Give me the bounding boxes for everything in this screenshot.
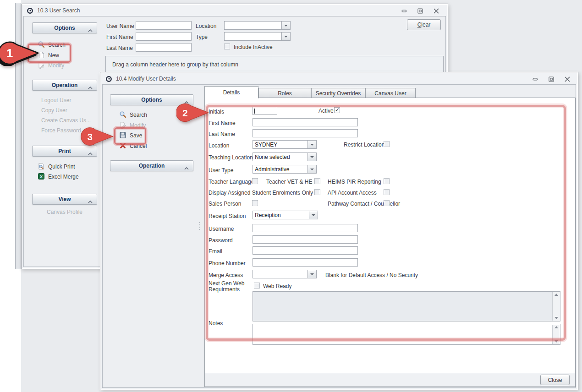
- teacher-language-checkbox[interactable]: [252, 178, 258, 184]
- display-assigned-checkbox[interactable]: [314, 189, 320, 195]
- chevron-up-icon: [88, 84, 93, 91]
- type-select[interactable]: [224, 32, 291, 41]
- chevron-up-icon: [88, 198, 93, 205]
- minimize-icon[interactable]: [532, 76, 538, 82]
- heims-pir-checkbox[interactable]: [384, 178, 390, 184]
- tab-roles[interactable]: Roles: [258, 88, 311, 98]
- web-ready-checkbox[interactable]: [254, 283, 260, 289]
- window-title: 10.4 Modify User Details: [116, 76, 176, 82]
- tab-details[interactable]: Details: [204, 86, 258, 98]
- svg-text:X: X: [40, 174, 43, 179]
- textarea-scrollbar[interactable]: [552, 292, 560, 321]
- notes-label: Notes: [209, 320, 223, 327]
- minimize-icon[interactable]: [401, 8, 407, 14]
- user-search-titlebar: 10.3 User Search: [23, 5, 446, 16]
- location-select[interactable]: [224, 21, 291, 30]
- first-name-label: First Name: [209, 120, 236, 126]
- include-inactive-checkbox[interactable]: [224, 44, 230, 49]
- password-input[interactable]: [253, 235, 358, 244]
- window-title: 10.3 User Search: [37, 7, 80, 14]
- sidebar-item-search[interactable]: Search: [119, 110, 147, 119]
- last-name-input[interactable]: [253, 129, 358, 137]
- merge-access-note: Blank for Default Access / No Security: [325, 272, 418, 278]
- group-header-operation[interactable]: Operation: [32, 80, 97, 91]
- group-header-operation[interactable]: Operation: [110, 160, 193, 171]
- location-select[interactable]: SYDNEY: [253, 140, 317, 149]
- sidebar-item-quick-print[interactable]: Quick Print: [38, 162, 75, 170]
- pathway-contact-checkbox[interactable]: [384, 200, 390, 206]
- group-header-options[interactable]: Options: [110, 94, 193, 105]
- new-page-icon: [38, 51, 45, 59]
- username-input[interactable]: [253, 224, 358, 232]
- active-checkbox[interactable]: [334, 107, 340, 113]
- cancel-x-icon: [119, 142, 126, 149]
- phone-number-input[interactable]: [253, 258, 358, 267]
- heims-pir-label: HEIMS PIR Reporting: [328, 179, 381, 185]
- modify-page-pencil-icon: [38, 61, 45, 69]
- maximize-icon[interactable]: [548, 76, 555, 82]
- restrict-location-checkbox[interactable]: [384, 141, 390, 147]
- sidebar-item-copy-user: Copy User: [41, 106, 67, 114]
- print-preview-icon: [38, 163, 45, 170]
- email-input[interactable]: [253, 246, 358, 255]
- tab-security-overrides[interactable]: Security Overrides: [311, 88, 365, 98]
- dropdown-arrow-icon[interactable]: [307, 165, 316, 173]
- api-access-checkbox[interactable]: [384, 189, 390, 195]
- modify-user-titlebar: 10.4 Modify User Details: [102, 74, 577, 84]
- notes-textarea[interactable]: [253, 324, 560, 345]
- receipt-station-select[interactable]: Receiption: [253, 211, 318, 219]
- sidebar-item-new[interactable]: New: [38, 51, 59, 59]
- initials-input[interactable]: [253, 107, 277, 115]
- screen: 10.3 User Search Options Search New: [0, 0, 582, 392]
- sidebar-item-excel-merge[interactable]: X Excel Merge: [38, 172, 79, 180]
- close-icon[interactable]: [564, 76, 571, 82]
- last-name-input[interactable]: [136, 43, 192, 52]
- textarea-scrollbar[interactable]: [552, 325, 560, 344]
- user-type-label: User Type: [209, 167, 233, 174]
- tab-canvas-user[interactable]: Canvas User: [365, 88, 416, 98]
- background-window-edge: [15, 3, 21, 269]
- sidebar-item-modify: Modify: [38, 61, 64, 69]
- location-label: Location: [196, 23, 216, 29]
- dropdown-arrow-icon[interactable]: [307, 141, 316, 148]
- sidebar-splitter-handle[interactable]: [198, 222, 202, 233]
- first-name-input[interactable]: [253, 118, 358, 126]
- first-name-input[interactable]: [136, 32, 192, 41]
- sidebar-item-save[interactable]: Save: [119, 131, 142, 139]
- sales-person-checkbox[interactable]: [252, 200, 258, 206]
- sidebar-item-cancel[interactable]: Cancel: [119, 142, 147, 150]
- user-type-select[interactable]: Administrative: [253, 165, 317, 174]
- dropdown-arrow-icon[interactable]: [281, 22, 290, 29]
- dropdown-arrow-icon[interactable]: [281, 33, 290, 40]
- sidebar-item-create-canvas-user: Create Canvas Us...: [41, 116, 91, 125]
- save-floppy-icon: [119, 131, 126, 139]
- grid-groupby-hint: Drag a column header here to group by th…: [106, 56, 443, 68]
- user-name-input[interactable]: [136, 21, 192, 30]
- close-button[interactable]: Close: [540, 375, 570, 385]
- search-icon: [119, 111, 126, 118]
- next-gen-textarea[interactable]: [253, 291, 560, 321]
- group-header-view[interactable]: View: [32, 194, 97, 205]
- group-header-print[interactable]: Print: [32, 146, 97, 157]
- clear-button[interactable]: Clear: [407, 19, 441, 30]
- phone-number-label: Phone Number: [209, 260, 246, 267]
- initials-label: Initials: [209, 109, 224, 115]
- maximize-icon[interactable]: [417, 8, 423, 14]
- scroll-up-icon: [555, 326, 558, 328]
- scroll-down-icon: [555, 340, 558, 343]
- teacher-vet-he-checkbox[interactable]: [314, 178, 320, 184]
- sidebar-item-search[interactable]: Search: [38, 40, 66, 49]
- close-icon[interactable]: [433, 8, 439, 14]
- dropdown-arrow-icon[interactable]: [307, 153, 316, 161]
- modify-page-pencil-icon: [119, 121, 126, 129]
- dropdown-arrow-icon[interactable]: [307, 270, 316, 278]
- teaching-locations-select[interactable]: None selected: [253, 152, 317, 161]
- display-assigned-label: Display Assigned Student Enrolments Only: [209, 190, 313, 196]
- last-name-label: Last Name: [209, 131, 235, 137]
- teaching-locations-label: Teaching Locations: [209, 154, 256, 161]
- chevron-up-icon: [184, 165, 189, 171]
- merge-access-select[interactable]: [253, 270, 317, 278]
- dropdown-arrow-icon[interactable]: [309, 211, 318, 219]
- type-label: Type: [196, 34, 208, 40]
- group-header-options[interactable]: Options: [32, 22, 97, 33]
